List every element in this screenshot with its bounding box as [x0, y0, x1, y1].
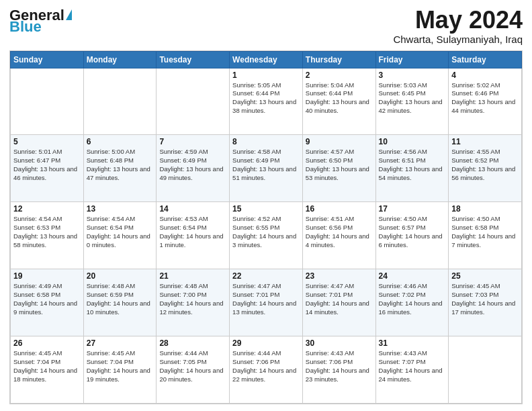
table-row: 25Sunrise: 4:45 AMSunset: 7:03 PMDayligh… — [449, 269, 522, 336]
table-row: 16Sunrise: 4:51 AMSunset: 6:56 PMDayligh… — [302, 202, 375, 269]
day-number: 27 — [87, 338, 154, 348]
table-row: 8Sunrise: 4:58 AMSunset: 6:49 PMDaylight… — [230, 135, 303, 202]
col-tuesday: Tuesday — [157, 51, 230, 68]
day-number: 15 — [232, 204, 300, 214]
day-number: 29 — [232, 338, 300, 348]
day-info: Sunrise: 4:47 AMSunset: 7:01 PMDaylight:… — [306, 282, 373, 316]
day-number: 11 — [451, 137, 519, 146]
day-info: Sunrise: 4:55 AMSunset: 6:52 PMDaylight:… — [451, 148, 519, 182]
day-info: Sunrise: 4:56 AMSunset: 6:51 PMDaylight:… — [379, 148, 446, 182]
day-info: Sunrise: 4:45 AMSunset: 7:04 PMDaylight:… — [13, 349, 81, 383]
page: General Blue May 2024 Chwarta, Sulaymani… — [0, 0, 532, 411]
day-number: 13 — [87, 204, 154, 214]
day-info: Sunrise: 4:53 AMSunset: 6:54 PMDaylight:… — [159, 215, 226, 249]
col-monday: Monday — [83, 51, 157, 68]
day-number: 19 — [13, 271, 81, 281]
table-row: 30Sunrise: 4:43 AMSunset: 7:06 PMDayligh… — [302, 336, 375, 404]
table-row: 24Sunrise: 4:46 AMSunset: 7:02 PMDayligh… — [375, 269, 449, 336]
day-info: Sunrise: 4:44 AMSunset: 7:05 PMDaylight:… — [159, 349, 226, 383]
day-number: 24 — [379, 271, 446, 281]
day-info: Sunrise: 4:54 AMSunset: 6:54 PMDaylight:… — [87, 215, 154, 249]
table-row: 29Sunrise: 4:44 AMSunset: 7:06 PMDayligh… — [230, 336, 303, 404]
table-row: 11Sunrise: 4:55 AMSunset: 6:52 PMDayligh… — [449, 135, 522, 202]
day-info: Sunrise: 4:45 AMSunset: 7:03 PMDaylight:… — [451, 282, 519, 316]
day-number: 18 — [451, 204, 519, 214]
day-info: Sunrise: 5:00 AMSunset: 6:48 PMDaylight:… — [87, 148, 154, 182]
day-info: Sunrise: 4:48 AMSunset: 7:00 PMDaylight:… — [159, 282, 226, 316]
title-block: May 2024 Chwarta, Sulaymaniyah, Iraq — [393, 7, 523, 45]
table-row — [83, 68, 157, 135]
table-row: 6Sunrise: 5:00 AMSunset: 6:48 PMDaylight… — [83, 135, 157, 202]
table-row: 10Sunrise: 4:56 AMSunset: 6:51 PMDayligh… — [375, 135, 449, 202]
day-info: Sunrise: 4:43 AMSunset: 7:07 PMDaylight:… — [379, 349, 446, 383]
day-info: Sunrise: 4:52 AMSunset: 6:55 PMDaylight:… — [232, 215, 300, 249]
day-info: Sunrise: 4:47 AMSunset: 7:01 PMDaylight:… — [232, 282, 300, 316]
day-number: 4 — [451, 71, 519, 80]
day-info: Sunrise: 4:46 AMSunset: 7:02 PMDaylight:… — [379, 282, 446, 316]
day-number: 8 — [232, 137, 300, 146]
month-title: May 2024 — [393, 7, 523, 34]
header: General Blue May 2024 Chwarta, Sulaymani… — [9, 7, 523, 45]
day-info: Sunrise: 4:57 AMSunset: 6:50 PMDaylight:… — [306, 148, 373, 182]
day-info: Sunrise: 4:49 AMSunset: 6:58 PMDaylight:… — [13, 282, 81, 316]
day-number: 21 — [159, 271, 226, 281]
day-number: 14 — [159, 204, 226, 214]
day-info: Sunrise: 4:45 AMSunset: 7:04 PMDaylight:… — [87, 349, 154, 383]
day-info: Sunrise: 5:04 AMSunset: 6:44 PMDaylight:… — [306, 81, 373, 116]
table-row: 18Sunrise: 4:50 AMSunset: 6:58 PMDayligh… — [449, 202, 522, 269]
day-number: 23 — [306, 271, 373, 281]
table-row: 26Sunrise: 4:45 AMSunset: 7:04 PMDayligh… — [11, 336, 84, 404]
table-row: 31Sunrise: 4:43 AMSunset: 7:07 PMDayligh… — [375, 336, 449, 404]
day-info: Sunrise: 4:54 AMSunset: 6:53 PMDaylight:… — [13, 215, 81, 249]
day-number: 28 — [159, 338, 226, 348]
logo: General Blue — [9, 7, 72, 32]
day-number: 30 — [306, 338, 373, 348]
table-row — [449, 336, 522, 404]
day-number: 25 — [451, 271, 519, 281]
day-number: 17 — [379, 204, 446, 214]
day-number: 12 — [13, 204, 81, 214]
day-number: 1 — [232, 71, 300, 80]
table-row: 9Sunrise: 4:57 AMSunset: 6:50 PMDaylight… — [302, 135, 375, 202]
logo-blue: Blue — [9, 21, 42, 32]
day-number: 7 — [159, 137, 226, 146]
day-info: Sunrise: 4:50 AMSunset: 6:58 PMDaylight:… — [451, 215, 519, 249]
table-row: 13Sunrise: 4:54 AMSunset: 6:54 PMDayligh… — [83, 202, 157, 269]
col-saturday: Saturday — [449, 51, 522, 68]
day-number: 6 — [87, 137, 154, 146]
table-row: 21Sunrise: 4:48 AMSunset: 7:00 PMDayligh… — [157, 269, 230, 336]
day-info: Sunrise: 4:51 AMSunset: 6:56 PMDaylight:… — [306, 215, 373, 249]
table-row: 7Sunrise: 4:59 AMSunset: 6:49 PMDaylight… — [157, 135, 230, 202]
table-row: 1Sunrise: 5:05 AMSunset: 6:44 PMDaylight… — [230, 68, 303, 135]
table-row: 17Sunrise: 4:50 AMSunset: 6:57 PMDayligh… — [375, 202, 449, 269]
day-info: Sunrise: 5:02 AMSunset: 6:46 PMDaylight:… — [451, 81, 519, 116]
table-row: 28Sunrise: 4:44 AMSunset: 7:05 PMDayligh… — [157, 336, 230, 404]
day-info: Sunrise: 4:50 AMSunset: 6:57 PMDaylight:… — [379, 215, 446, 249]
day-number: 9 — [306, 137, 373, 146]
day-number: 5 — [13, 137, 81, 146]
table-row — [11, 68, 84, 135]
table-row: 19Sunrise: 4:49 AMSunset: 6:58 PMDayligh… — [11, 269, 84, 336]
table-row: 12Sunrise: 4:54 AMSunset: 6:53 PMDayligh… — [11, 202, 84, 269]
location-title: Chwarta, Sulaymaniyah, Iraq — [393, 34, 523, 45]
table-row: 5Sunrise: 5:01 AMSunset: 6:47 PMDaylight… — [11, 135, 84, 202]
col-wednesday: Wednesday — [230, 51, 303, 68]
day-info: Sunrise: 4:58 AMSunset: 6:49 PMDaylight:… — [232, 148, 300, 182]
calendar: Sunday Monday Tuesday Wednesday Thursday… — [9, 50, 523, 404]
table-row: 4Sunrise: 5:02 AMSunset: 6:46 PMDaylight… — [449, 68, 522, 135]
logo-triangle-icon — [66, 9, 72, 20]
col-sunday: Sunday — [11, 51, 84, 68]
table-row: 20Sunrise: 4:48 AMSunset: 6:59 PMDayligh… — [83, 269, 157, 336]
day-info: Sunrise: 5:03 AMSunset: 6:45 PMDaylight:… — [379, 81, 446, 116]
table-row: 27Sunrise: 4:45 AMSunset: 7:04 PMDayligh… — [83, 336, 157, 404]
table-row: 14Sunrise: 4:53 AMSunset: 6:54 PMDayligh… — [157, 202, 230, 269]
day-info: Sunrise: 4:59 AMSunset: 6:49 PMDaylight:… — [159, 148, 226, 182]
day-info: Sunrise: 5:05 AMSunset: 6:44 PMDaylight:… — [232, 81, 300, 116]
day-number: 10 — [379, 137, 446, 146]
day-number: 26 — [13, 338, 81, 348]
table-row: 22Sunrise: 4:47 AMSunset: 7:01 PMDayligh… — [230, 269, 303, 336]
table-row: 23Sunrise: 4:47 AMSunset: 7:01 PMDayligh… — [302, 269, 375, 336]
day-info: Sunrise: 4:43 AMSunset: 7:06 PMDaylight:… — [306, 349, 373, 383]
col-thursday: Thursday — [302, 51, 375, 68]
day-number: 3 — [379, 71, 446, 80]
